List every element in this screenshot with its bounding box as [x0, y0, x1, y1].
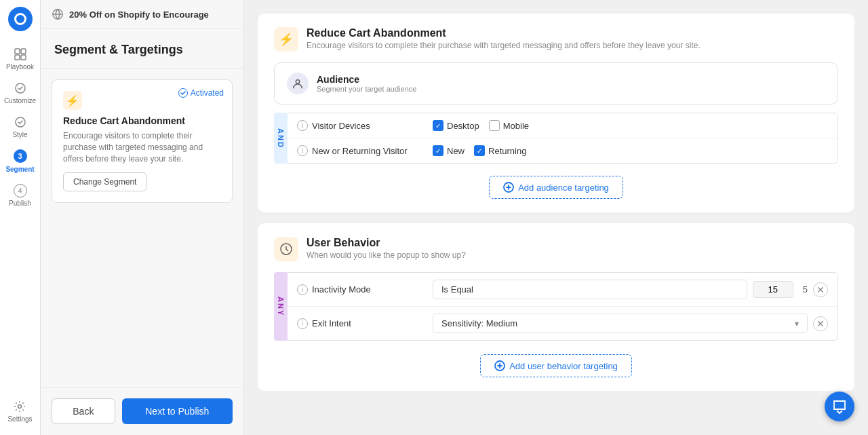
visitor-type-label: i New or Returning Visitor [297, 145, 433, 156]
left-panel-heading: Segment & Targetings [41, 29, 243, 69]
exit-intent-info-icon[interactable]: i [297, 318, 308, 329]
inactivity-mode-row: i Inactivity Mode Is Equal 5 [288, 273, 837, 307]
audience-card-icon [287, 73, 309, 94]
behavior-title: User Behavior [307, 237, 466, 249]
visitor-devices-label: i Visitor Devices [297, 120, 433, 131]
audience-card: Audience Segment your target audience [274, 62, 838, 105]
returning-visitor-check-icon [474, 145, 485, 156]
segment-card: Activated ⚡ Reduce Cart Abandonment Enco… [52, 79, 233, 203]
svg-rect-2 [15, 55, 20, 60]
targeting-section-and: AND i Visitor Devices Desktop [274, 113, 838, 164]
inactivity-value-input[interactable] [753, 281, 793, 298]
left-panel: 20% Off on Shopify to Encourage Segment … [41, 0, 244, 435]
targeting-section-any: ANY i Inactivity Mode Is Equal [274, 272, 838, 341]
segment-card-title: Reduce Cart Abandonment [63, 115, 221, 126]
audience-card-subtitle: Segment your target audience [317, 85, 416, 93]
visitor-type-row: i New or Returning Visitor New Returning [288, 138, 837, 163]
behavior-card: User Behavior When would you like the po… [258, 223, 854, 391]
sidebar-item-segment[interactable]: 3 Segment [0, 144, 40, 178]
section-desc: Encourage visitors to complete their pur… [307, 41, 701, 50]
exit-intent-remove-button[interactable]: ✕ [813, 316, 828, 331]
sidebar-item-customize[interactable]: Customize [0, 76, 40, 110]
new-visitor-check-icon [433, 145, 443, 156]
mobile-checkbox[interactable]: Mobile [489, 120, 529, 131]
inactivity-condition: Is Equal [433, 280, 747, 299]
desktop-checkbox[interactable]: Desktop [433, 120, 479, 131]
visitor-devices-row: i Visitor Devices Desktop Mobile [288, 113, 837, 138]
behavior-desc: When would you like the popup to show up… [307, 250, 466, 260]
section-icon: ⚡ [274, 27, 298, 52]
globe-icon [52, 8, 64, 20]
visitor-devices-options: Desktop Mobile [433, 120, 828, 131]
next-to-publish-button[interactable]: Next to Publish [122, 398, 233, 424]
section-card: ⚡ Reduce Cart Abandonment Encourage visi… [258, 14, 854, 212]
and-label: AND [274, 113, 288, 164]
sidebar-item-style[interactable]: Style [0, 110, 40, 144]
targeting-rows: i Visitor Devices Desktop Mobile [288, 113, 838, 164]
any-label: ANY [274, 272, 288, 341]
segment-card-icon: ⚡ [63, 91, 82, 110]
campaign-title: 20% Off on Shopify to Encourage [69, 10, 209, 20]
chevron-down-icon: ▾ [795, 319, 799, 328]
footer-buttons: Back Next to Publish [41, 387, 243, 435]
visitor-type-info-icon[interactable]: i [297, 145, 308, 156]
main-container: 20% Off on Shopify to Encourage Segment … [41, 0, 868, 435]
exit-intent-label: i Exit Intent [297, 318, 433, 329]
inactivity-step: 5 [803, 284, 808, 295]
app-logo[interactable] [8, 7, 33, 31]
new-visitor-checkbox[interactable]: New [433, 145, 465, 156]
sidebar-item-settings[interactable]: Settings [5, 394, 35, 428]
add-audience-icon [503, 182, 514, 193]
section-header: ⚡ Reduce Cart Abandonment Encourage visi… [274, 27, 838, 52]
svg-rect-0 [15, 49, 20, 54]
section-title: Reduce Cart Abandonment [307, 27, 701, 39]
add-behavior-icon [494, 360, 505, 371]
behavior-icon [274, 237, 298, 261]
activated-check-icon [178, 88, 188, 98]
behavior-rows: i Inactivity Mode Is Equal 5 [288, 272, 838, 341]
chat-button[interactable] [825, 392, 854, 421]
change-segment-button[interactable]: Change Segment [63, 172, 146, 191]
audience-card-title: Audience [317, 74, 416, 85]
sidebar-item-playbook[interactable]: Playbook [0, 42, 40, 76]
add-audience-targeting-button[interactable]: Add audience targeting [489, 176, 623, 199]
inactivity-condition-dropdown[interactable]: Is Equal [433, 280, 747, 299]
activated-badge: Activated [178, 88, 224, 98]
chat-icon [832, 399, 847, 414]
inactivity-remove-button[interactable]: ✕ [813, 282, 828, 297]
add-behavior-targeting-button[interactable]: Add user behavior targeting [480, 354, 632, 377]
exit-intent-dropdown[interactable]: Sensitivity: Medium ▾ [433, 314, 808, 333]
sidebar: Playbook Customize Style 3 Segment 4 Pub… [0, 0, 41, 435]
svg-rect-3 [21, 55, 26, 60]
sidebar-item-publish[interactable]: 4 Publish [0, 178, 40, 212]
inactivity-info-icon[interactable]: i [297, 284, 308, 295]
svg-point-9 [296, 80, 299, 83]
exit-intent-row: i Exit Intent Sensitivity: Medium ▾ ✕ [288, 307, 837, 340]
svg-rect-1 [21, 49, 26, 54]
visitor-devices-info-icon[interactable]: i [297, 120, 308, 131]
exit-intent-condition: Sensitivity: Medium ▾ [433, 314, 808, 333]
back-button[interactable]: Back [52, 398, 115, 424]
visitor-type-options: New Returning [433, 145, 828, 156]
right-panel: ⚡ Reduce Cart Abandonment Encourage visi… [244, 0, 868, 435]
returning-visitor-checkbox[interactable]: Returning [474, 145, 526, 156]
desktop-check-icon [433, 120, 443, 131]
segment-card-desc: Encourage visitors to complete their pur… [63, 130, 221, 164]
svg-point-6 [18, 405, 22, 409]
mobile-check-icon [489, 120, 500, 131]
inactivity-mode-label: i Inactivity Mode [297, 284, 433, 295]
segment-badge: 3 [14, 149, 27, 163]
behavior-header: User Behavior When would you like the po… [274, 237, 838, 261]
